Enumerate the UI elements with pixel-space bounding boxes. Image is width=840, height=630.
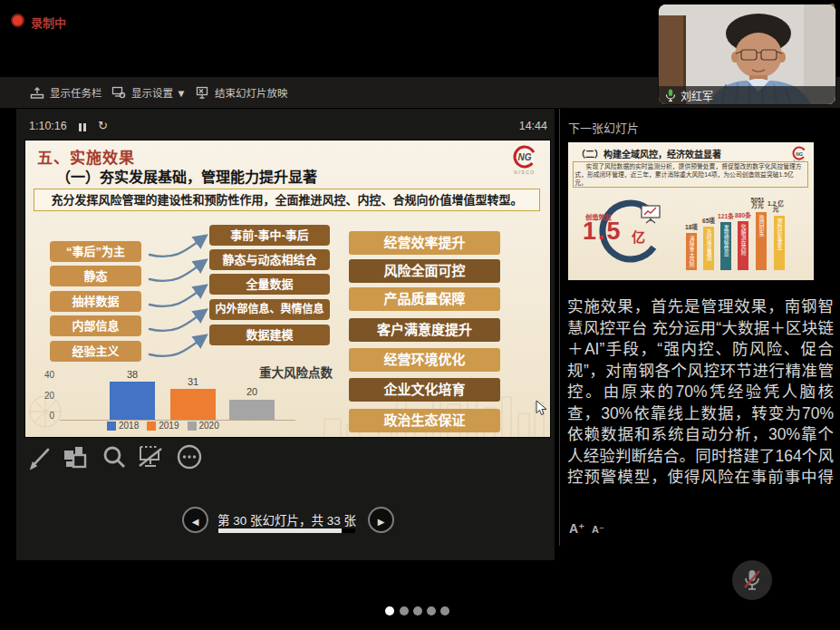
after-item: 全量数据 [209,274,330,295]
bar-2019 [170,389,216,420]
before-item: 经验主义 [50,341,141,362]
presentation-board-icon [640,206,660,223]
bar-value-2018: 38 [110,369,155,380]
carousel-dot[interactable] [413,606,422,615]
pause-timer-button[interactable] [79,123,82,131]
outcome-item: 客户满意度提升 [349,318,500,342]
mic-muted-button[interactable] [732,560,772,600]
mini-bar-value: 18项 [681,224,702,229]
participant-name: 刘红军 [681,88,713,103]
display-settings-label: 显示设置 ▼ [131,85,187,100]
before-item: 静态 [50,266,141,286]
current-clock: 14:44 [517,120,547,132]
carousel-dot[interactable] [440,606,449,615]
after-item: 事前-事中-事后 [209,225,330,246]
mini-bar-text: 及时堵塞漏洞 [705,229,713,261]
display-settings-button[interactable]: 显示设置 ▼ [111,77,187,108]
webcam-video[interactable]: 刘红军 [659,5,835,104]
preview-nisco-logo: NG NISCO [790,145,808,163]
mic-muted-icon [742,568,762,592]
zoom-tool-button[interactable] [101,443,128,470]
outcome-item: 产品质量保障 [349,287,500,311]
progress-fill [218,528,342,533]
outcome-item: 经营环境优化 [349,348,500,372]
outcome-item: 经营效率提升 [349,231,500,255]
participant-name-bar: 刘红军 [659,86,835,104]
next-slide-header: 下一张幻灯片 [568,119,639,136]
screen-annotate-button[interactable] [137,443,164,470]
carousel-dot[interactable] [400,606,409,615]
bar-value-2019: 31 [170,376,216,387]
mini-bar-text: 化解潜在风险 [739,224,748,256]
legend-label-2020: 2020 [199,421,219,431]
legend-swatch-2019 [147,422,156,431]
legend-label-2018: 2018 [119,421,139,431]
before-item: 抽样数据 [50,291,141,312]
display-settings-icon [111,85,126,100]
preview-banner: 实现了风险数据的实时监测分析，提供预警处置，督促整改的数字化风控管理方式，形成闭… [573,161,808,188]
benefit-unit: 亿 [632,227,645,246]
bar-value-2020: 20 [229,386,275,397]
panel-divider [559,109,560,546]
mini-bar-text: 预防损失发生 [776,218,784,250]
bar-2018 [110,382,155,420]
mini-bar-2: 及时堵塞漏洞 [703,227,714,270]
outcome-item: 企业文化培育 [349,378,500,402]
font-increase-button[interactable]: A⁺ [569,521,585,536]
font-decrease-button[interactable]: A⁻ [592,524,604,536]
outcome-item: 政治生态保证 [349,409,500,432]
legend-swatch-2020 [188,422,197,431]
mini-bar-value: 5051 万元 [749,197,766,208]
previous-slide-button[interactable]: ◀ [182,507,208,533]
before-item: “事后”为主 [50,241,141,262]
page-indicator: 第 30 张幻灯片，共 33 张 [217,510,356,528]
next-slide-preview[interactable]: （二）构建全域风控，经济效益显著 NG NISCO 实现了风险数据的实时监测分析… [568,142,814,280]
carousel-dot-active[interactable] [385,606,394,615]
previous-arrow-icon: ◀ [192,517,199,527]
mini-bar-5: 挽回损失 [756,212,767,270]
bar-2020 [229,400,275,420]
taskbar-icon [30,85,44,100]
slideshow-progress-bar[interactable] [218,528,355,533]
recording-dot-icon [13,15,23,25]
pause-timer-button-bar2[interactable] [83,123,86,131]
after-item: 数据建模 [209,325,330,345]
chart-title: 重大风险点数 [259,363,333,381]
reset-timer-button[interactable]: ↻ [98,119,108,132]
legend-label-2019: 2019 [159,421,179,431]
chart-legend: 2018 2019 2020 [107,421,219,431]
outcome-item: 风险全面可控 [349,259,500,283]
svg-text:NG: NG [796,151,804,157]
end-slideshow-label: 结束幻灯片放映 [215,85,288,100]
mini-bar-3: 发现预警信息 [720,222,731,270]
y-tick-0: 0 [40,411,54,421]
mic-on-icon [665,89,676,102]
preview-banner-text: 实现了风险数据的实时监测分析，提供预警处置，督促整改的数字化风控管理方式，形成闭… [574,162,806,188]
after-item: 静态与动态相结合 [209,249,330,270]
mini-bar-value: 880条 [732,212,754,218]
preview-title: （二）构建全域风控，经济效益显著 [576,147,721,160]
presenter-view-app: { "app": { "recording_label": "录制中", "el… [0,0,840,630]
mini-bar-4: 化解潜在风险 [738,221,748,270]
mini-bar-6: 预防损失发生 [774,216,785,270]
pen-tool-button[interactable] [27,443,54,470]
carousel-dot[interactable] [427,606,436,615]
mini-bar-text: 消除重大风险 [688,236,696,267]
show-taskbar-button[interactable]: 显示任务栏 [30,77,102,108]
speaker-notes[interactable]: 实施效果，首先是管理效果，南钢智慧风控平台 充分运用“大数据＋区块链＋AI”手段… [567,296,834,489]
y-tick-20: 20 [40,391,54,401]
end-slideshow-button[interactable]: 结束幻灯片放映 [195,77,288,108]
next-slide-button[interactable]: ▶ [368,507,394,533]
recording-status: 录制中 [31,14,66,31]
y-tick-40: 40 [40,370,54,380]
mouse-cursor [536,400,548,416]
more-options-button[interactable] [176,443,203,470]
slide-sorter-button[interactable] [62,443,89,470]
legend-swatch-2018 [107,422,116,431]
mini-bar-text: 挽回损失 [758,215,766,236]
next-arrow-icon: ▶ [378,517,385,527]
slide-canvas[interactable]: 五、实施效果 （一）夯实发展基础，管理能力提升显著 NG NISCO 充分发挥风… [25,141,550,437]
end-slideshow-icon [195,85,209,100]
elapsed-timer: 1:10:16 [29,120,67,132]
benefit-value: 1.5 [583,218,623,246]
